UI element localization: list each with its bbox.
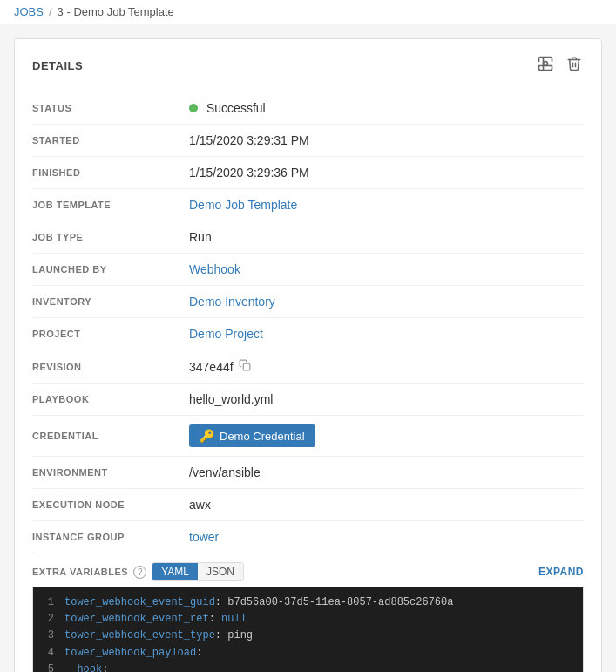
- job-template-label: JOB TEMPLATE: [32, 189, 189, 221]
- project-label: PROJECT: [32, 318, 189, 350]
- line-num-5: 5: [33, 662, 64, 672]
- extra-vars-header: EXTRA VARIABLES ? YAML JSON EXPAND: [32, 553, 584, 587]
- line-num-3: 3: [33, 628, 64, 644]
- line-content-4: tower_webhook_payload:: [64, 645, 202, 662]
- launched-by-value: Webhook: [189, 254, 584, 286]
- revision-text: 347e44f: [189, 360, 234, 374]
- job-type-label: JOB TYPE: [32, 221, 189, 254]
- help-icon[interactable]: ?: [133, 566, 146, 579]
- playbook-label: PLAYBOOK: [32, 384, 189, 416]
- breadcrumb-current: 3 - Demo Job Template: [58, 5, 174, 18]
- environment-label: ENVIRONMENT: [32, 457, 189, 489]
- launched-by-link[interactable]: Webhook: [189, 262, 240, 276]
- main-content: DETAILS: [0, 24, 616, 672]
- line-num-4: 4: [33, 645, 64, 662]
- tab-group: YAML JSON: [152, 562, 244, 581]
- status-label: STATUS: [32, 92, 189, 125]
- svg-point-0: [544, 62, 548, 66]
- delete-button[interactable]: [565, 53, 584, 78]
- extra-variables-section: EXTRA VARIABLES ? YAML JSON EXPAND 1 tow…: [32, 553, 584, 672]
- details-grid: STATUS Successful STARTED 1/15/2020 3:29…: [32, 92, 584, 553]
- line-content-3: tower_webhook_event_type: ping: [64, 628, 253, 644]
- card-header: DETAILS: [32, 53, 584, 78]
- code-line-1: 1 tower_webhook_event_guid: b7d56a00-37d…: [33, 594, 583, 611]
- instance-group-value: tower: [189, 521, 584, 553]
- status-value: Successful: [189, 92, 584, 125]
- code-line-4: 4 tower_webhook_payload:: [33, 645, 583, 662]
- started-label: STARTED: [32, 125, 189, 157]
- extra-vars-left: EXTRA VARIABLES ? YAML JSON: [32, 562, 244, 581]
- instance-group-label: INSTANCE GROUP: [32, 521, 189, 553]
- json-tab[interactable]: JSON: [198, 563, 243, 580]
- key-icon: 🔑: [200, 429, 214, 443]
- finished-value: 1/15/2020 3:29:36 PM: [189, 157, 584, 189]
- credential-button[interactable]: 🔑 Demo Credential: [189, 424, 315, 447]
- code-line-5: 5 hook:: [33, 662, 583, 672]
- yaml-tab[interactable]: YAML: [152, 563, 198, 580]
- job-template-value: Demo Job Template: [189, 189, 584, 221]
- job-type-value: Run: [189, 221, 584, 254]
- copy-icon[interactable]: [239, 359, 251, 374]
- started-value: 1/15/2020 3:29:31 PM: [189, 125, 584, 157]
- project-value: Demo Project: [189, 318, 584, 350]
- inventory-link[interactable]: Demo Inventory: [189, 295, 275, 309]
- launched-by-label: LAUNCHED BY: [32, 254, 189, 286]
- code-editor: 1 tower_webhook_event_guid: b7d56a00-37d…: [32, 587, 584, 672]
- revision-value: 347e44f: [189, 350, 584, 384]
- line-num-1: 1: [33, 594, 64, 611]
- project-link[interactable]: Demo Project: [189, 327, 263, 341]
- instance-group-link[interactable]: tower: [189, 530, 219, 544]
- line-content-5: hook:: [64, 662, 108, 672]
- expand-button[interactable]: EXPAND: [538, 566, 584, 578]
- svg-rect-1: [243, 363, 250, 370]
- execution-node-label: EXECUTION NODE: [32, 489, 189, 521]
- job-template-link[interactable]: Demo Job Template: [189, 198, 297, 212]
- finished-label: FINISHED: [32, 157, 189, 189]
- code-line-2: 2 tower_webhook_event_ref: null: [33, 611, 583, 628]
- details-card: DETAILS: [14, 38, 602, 672]
- revision-label: REVISION: [32, 350, 189, 384]
- status-text: Successful: [206, 101, 266, 115]
- inventory-label: INVENTORY: [32, 286, 189, 318]
- breadcrumb-separator: /: [49, 5, 52, 18]
- inventory-value: Demo Inventory: [189, 286, 584, 318]
- card-actions: [535, 53, 584, 78]
- credential-label: CREDENTIAL: [32, 416, 189, 457]
- extra-vars-label: EXTRA VARIABLES: [32, 567, 128, 577]
- card-title: DETAILS: [32, 59, 83, 72]
- status-dot-green: [189, 104, 198, 112]
- line-num-2: 2: [33, 611, 64, 628]
- line-content-2: tower_webhook_event_ref: null: [64, 611, 247, 628]
- environment-value: /venv/ansible: [189, 457, 584, 489]
- credential-btn-label: Demo Credential: [220, 430, 305, 443]
- credential-value: 🔑 Demo Credential: [189, 416, 584, 457]
- breadcrumb: JOBS / 3 - Demo Job Template: [0, 0, 616, 24]
- execution-node-value: awx: [189, 489, 584, 521]
- playbook-value: hello_world.yml: [189, 384, 584, 416]
- line-content-1: tower_webhook_event_guid: b7d56a00-37d5-…: [64, 594, 453, 611]
- launch-button[interactable]: [535, 53, 556, 78]
- breadcrumb-jobs-link[interactable]: JOBS: [14, 5, 44, 18]
- code-line-3: 3 tower_webhook_event_type: ping: [33, 628, 583, 644]
